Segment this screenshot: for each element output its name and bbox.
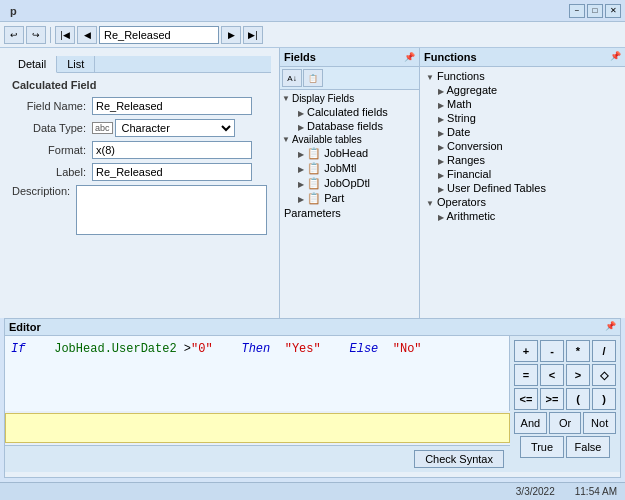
close-button[interactable]: ✕	[605, 4, 621, 18]
minus-button[interactable]: -	[540, 340, 564, 362]
available-tables-label: Available tables	[292, 134, 362, 145]
fields-btn2[interactable]: 📋	[303, 69, 323, 87]
tab-list[interactable]: List	[57, 56, 95, 72]
eq-button[interactable]: =	[514, 364, 538, 386]
label-field[interactable]	[92, 163, 252, 181]
not-button[interactable]: Not	[583, 412, 616, 434]
multiply-button[interactable]: *	[566, 340, 590, 362]
tab-detail[interactable]: Detail	[8, 56, 57, 73]
btn-row-3: <= >= ( )	[514, 388, 616, 410]
editor-pin-icon[interactable]: 📌	[605, 321, 616, 333]
toolbar-sep-1	[50, 27, 51, 43]
func-conversion[interactable]: ▶ Conversion	[432, 139, 625, 153]
available-tables-expand: ▼	[282, 135, 290, 144]
sort-az-button[interactable]: A↓	[282, 69, 302, 87]
status-date: 3/3/2022	[516, 486, 555, 497]
calc-field-title: Calculated Field	[12, 79, 267, 91]
main-content: Detail List Calculated Field Field Name:…	[0, 48, 625, 482]
next-button[interactable]: ▶	[221, 26, 241, 44]
functions-list: ▼ Functions ▶ Aggregate ▶ Math ▶ String …	[420, 67, 625, 225]
description-field[interactable]	[76, 185, 267, 235]
lteq-button[interactable]: <=	[514, 388, 538, 410]
btn-row-5: True False	[514, 436, 616, 458]
table-jobhead[interactable]: ▶ 📋 JobHead	[294, 146, 419, 161]
editor-textarea[interactable]: If JobHead.UserDate2 >"0" Then "Yes" Els…	[5, 336, 510, 411]
tables-list: ▶ 📋 JobHead ▶ 📋 JobMtl ▶ 📋 JobOpDtl ▶ 📋 …	[280, 146, 419, 206]
fields-pin-icon[interactable]: 📌	[404, 52, 415, 62]
field-name-input[interactable]	[99, 26, 219, 44]
func-string[interactable]: ▶ String	[432, 111, 625, 125]
undo-button[interactable]: ↩	[4, 26, 24, 44]
maximize-button[interactable]: □	[587, 4, 603, 18]
title-bar-controls: − □ ✕	[569, 4, 621, 18]
label-label: Label:	[12, 166, 92, 178]
code-yes: "Yes"	[285, 342, 321, 356]
diamond-button[interactable]: ◇	[592, 364, 616, 386]
func-aggregate[interactable]: ▶ Aggregate	[432, 83, 625, 97]
field-name-row: Field Name:	[12, 97, 267, 115]
fields-toolbar: A↓ 📋	[280, 67, 419, 90]
format-field[interactable]	[92, 141, 252, 159]
editor-code-display: If JobHead.UserDate2 >"0" Then "Yes" Els…	[11, 342, 422, 356]
status-time: 11:54 AM	[575, 486, 617, 497]
editor-panel: Editor 📌 If JobHead.UserDate2 >"0" Then …	[4, 318, 621, 478]
display-fields-expand: ▼	[282, 94, 290, 103]
calculated-field-panel: Detail List Calculated Field Field Name:…	[0, 48, 280, 318]
false-button[interactable]: False	[566, 436, 610, 458]
and-button[interactable]: And	[514, 412, 547, 434]
plus-button[interactable]: +	[514, 340, 538, 362]
first-button[interactable]: |◀	[55, 26, 75, 44]
func-arithmetic[interactable]: ▶ Arithmetic	[432, 209, 625, 223]
prev-button[interactable]: ◀	[77, 26, 97, 44]
func-operators[interactable]: ▼ Operators	[420, 195, 625, 209]
func-user-defined[interactable]: ▶ User Defined Tables	[432, 181, 625, 195]
status-bar: 3/3/2022 11:54 AM	[0, 482, 625, 500]
calculated-fields-item[interactable]: ▶ Calculated fields	[294, 105, 419, 119]
func-sublist: ▶ Aggregate ▶ Math ▶ String ▶ Date ▶ Con…	[420, 83, 625, 195]
format-row: Format:	[12, 141, 267, 159]
table-part[interactable]: ▶ 📋 Part	[294, 191, 419, 206]
or-button[interactable]: Or	[549, 412, 582, 434]
code-op: >	[177, 342, 191, 356]
redo-button[interactable]: ↪	[26, 26, 46, 44]
check-syntax-button[interactable]: Check Syntax	[414, 450, 504, 468]
func-financial[interactable]: ▶ Financial	[432, 167, 625, 181]
available-tables-group[interactable]: ▼ Available tables	[280, 133, 419, 146]
yellow-area	[5, 413, 510, 443]
code-if: If	[11, 342, 25, 356]
lparen-button[interactable]: (	[566, 388, 590, 410]
database-fields-item[interactable]: ▶ Database fields	[294, 119, 419, 133]
fields-panel: Fields 📌 A↓ 📋 ▼ Display Fields ▶ Calcula…	[280, 48, 420, 318]
parameters-item[interactable]: Parameters	[280, 206, 419, 220]
fields-title: Fields 📌	[280, 48, 419, 67]
code-else: Else	[328, 342, 378, 356]
minimize-button[interactable]: −	[569, 4, 585, 18]
data-type-select[interactable]: Character	[115, 119, 235, 137]
code-then: Then	[220, 342, 270, 356]
rparen-button[interactable]: )	[592, 388, 616, 410]
lt-button[interactable]: <	[540, 364, 564, 386]
label-row: Label:	[12, 163, 267, 181]
table-jobmtl[interactable]: ▶ 📋 JobMtl	[294, 161, 419, 176]
code-val1: "0"	[191, 342, 213, 356]
func-functions[interactable]: ▼ Functions	[420, 69, 625, 83]
func-math[interactable]: ▶ Math	[432, 97, 625, 111]
table-jobobdtl[interactable]: ▶ 📋 JobOpDtl	[294, 176, 419, 191]
gteq-button[interactable]: >=	[540, 388, 564, 410]
title-bar: p − □ ✕	[0, 0, 625, 22]
description-label: Description:	[12, 185, 76, 197]
func-date[interactable]: ▶ Date	[432, 125, 625, 139]
data-type-label: Data Type:	[12, 122, 92, 134]
divide-button[interactable]: /	[592, 340, 616, 362]
three-panel: Detail List Calculated Field Field Name:…	[0, 48, 625, 318]
func-ranges[interactable]: ▶ Ranges	[432, 153, 625, 167]
functions-pin-icon[interactable]: 📌	[610, 51, 621, 63]
code-field: JobHead.UserDate2	[54, 342, 176, 356]
display-fields-group[interactable]: ▼ Display Fields	[280, 92, 419, 105]
last-button[interactable]: ▶|	[243, 26, 263, 44]
format-label: Format:	[12, 144, 92, 156]
field-name-field[interactable]	[92, 97, 252, 115]
true-button[interactable]: True	[520, 436, 564, 458]
gt-button[interactable]: >	[566, 364, 590, 386]
functions-title: Functions 📌	[420, 48, 625, 67]
